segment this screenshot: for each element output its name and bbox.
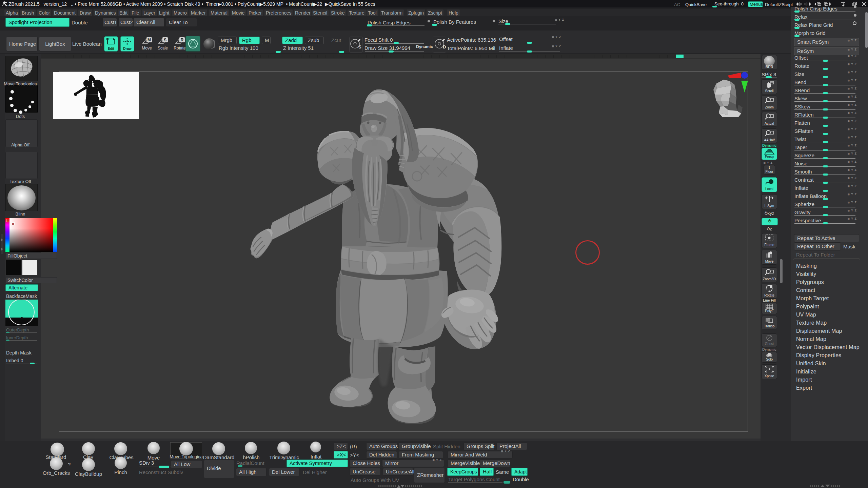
- svg-text:S: S: [164, 38, 166, 42]
- svg-text:M: M: [147, 38, 151, 42]
- svg-text:S: S: [358, 44, 361, 49]
- svg-text:D: D: [443, 44, 446, 49]
- svg-text:R: R: [181, 38, 184, 42]
